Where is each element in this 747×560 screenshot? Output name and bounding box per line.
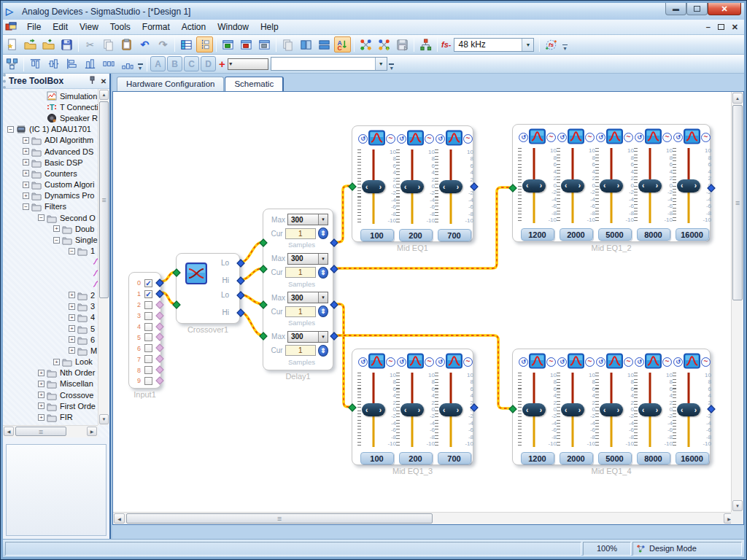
preset-c-button[interactable]: C (184, 56, 199, 71)
hardware-window-button[interactable] (220, 36, 236, 52)
canvas-horizontal-scrollbar[interactable]: ◀ ☰ ▶ (113, 512, 735, 524)
max-samples-dropdown[interactable]: 300▼ (287, 214, 328, 225)
expand-icon[interactable]: + (69, 336, 75, 343)
dropdown-arrow-icon[interactable]: ▼ (318, 292, 328, 303)
gain-slider[interactable]: ‹›1086420-2-4-6-8-10 (557, 373, 595, 447)
dropdown-arrow-icon[interactable]: ▼ (375, 58, 387, 70)
block-mid-eq1_4[interactable]: Mid EQ1_4↺~‹›1086420-2-4-6-8-101200↺~‹›1… (512, 349, 711, 465)
gain-slider[interactable]: ‹›1086420-2-4-6-8-10 (518, 148, 557, 223)
current-delay-input[interactable]: 1 (285, 306, 316, 317)
channel-checkbox[interactable] (144, 355, 152, 363)
phase-icon[interactable]: ↺ (557, 357, 567, 367)
tree-item-custom-algori[interactable]: +Custom Algori (3, 179, 98, 190)
phase-icon[interactable]: ↺ (397, 357, 406, 367)
phase-icon[interactable]: ↺ (673, 357, 683, 367)
distribute-h-button[interactable] (100, 56, 117, 72)
frequency-value[interactable]: 5000 (598, 452, 632, 464)
phase-icon[interactable]: ↺ (673, 133, 683, 142)
gain-slider[interactable]: ‹›1086420-2-4-6-8-10 (595, 373, 634, 447)
max-samples-dropdown[interactable]: 300▼ (287, 253, 328, 265)
slider-track-area[interactable]: ‹› (523, 373, 545, 447)
tree-item-fir[interactable]: +FIR (3, 411, 98, 422)
scroll-right-icon[interactable]: ▶ (87, 427, 97, 436)
tree-item[interactable] (3, 279, 98, 289)
expand-icon[interactable]: + (38, 392, 44, 398)
align-left-button[interactable] (63, 56, 80, 72)
expand-icon[interactable]: + (38, 370, 44, 376)
slider-knob[interactable]: ‹› (522, 179, 546, 192)
expand-icon[interactable]: + (23, 137, 29, 144)
slider-track-area[interactable]: ‹› (440, 149, 462, 224)
dropdown-arrow-icon[interactable]: ▼ (318, 214, 328, 225)
peaking-filter-button[interactable] (645, 353, 662, 371)
tree-scroll-thumb[interactable]: ☰ (99, 101, 109, 298)
phase-icon[interactable]: ↺ (596, 357, 605, 367)
slider-track-area[interactable]: ‹› (523, 148, 545, 223)
preset-b-button[interactable]: B (167, 56, 182, 71)
bypass-icon[interactable]: ~ (662, 133, 672, 142)
collapse-icon[interactable]: − (23, 203, 29, 210)
tree-item-adi-algorithm[interactable]: +ADI Algorithm (3, 135, 98, 146)
menu-tools[interactable]: Tools (104, 20, 136, 34)
schematic-hierarchy-button[interactable] (417, 36, 434, 52)
bypass-icon[interactable]: ~ (546, 133, 556, 142)
phase-icon[interactable]: ↺ (519, 357, 528, 367)
mdi-close-button[interactable]: ✕ (732, 23, 738, 31)
gain-slider[interactable]: ‹›1086420-2-4-6-8-10 (396, 373, 435, 447)
slider-track-area[interactable]: ‹› (363, 149, 384, 224)
scroll-left-icon[interactable]: ◀ (4, 427, 14, 436)
spinner-icon[interactable]: ⇕ (318, 345, 328, 357)
tree-item-look[interactable]: +Look (3, 357, 98, 368)
sample-rate-settings-button[interactable]: fs (543, 36, 560, 52)
tree-item-speaker-resp[interactable]: Speaker Resp (3, 112, 98, 123)
frequency-value[interactable]: 200 (399, 229, 433, 241)
gain-slider[interactable]: ‹›1086420-2-4-6-8-10 (557, 148, 595, 223)
frequency-value[interactable]: 2000 (560, 228, 593, 241)
phase-icon[interactable]: ↺ (635, 357, 644, 367)
tree-item-first-orde[interactable]: +First Orde (3, 400, 98, 411)
tree-item-m[interactable]: +M (3, 345, 98, 356)
tile-windows-button[interactable] (298, 36, 314, 52)
gain-slider[interactable]: ‹›1086420-2-4-6-8-10 (595, 148, 634, 223)
output-window-button[interactable] (238, 36, 255, 52)
expand-icon[interactable]: + (69, 347, 75, 354)
new-design-button[interactable] (4, 36, 20, 52)
pin-icon[interactable] (86, 76, 98, 86)
frequency-value[interactable]: 100 (360, 229, 394, 241)
link-restore-button[interactable] (394, 36, 411, 52)
frequency-value[interactable]: 1200 (521, 228, 554, 241)
peaking-filter-button[interactable] (684, 128, 700, 147)
menu-edit[interactable]: Edit (47, 20, 74, 34)
menu-format[interactable]: Format (136, 20, 176, 34)
tree-item-basic-dsp[interactable]: +Basic DSP (3, 157, 98, 168)
gain-slider[interactable]: ‹›1086420-2-4-6-8-10 (518, 373, 557, 447)
block-delay1[interactable]: Delay1Max300▼Cur1⇕SamplesMax300▼Cur1⇕Sam… (263, 209, 333, 370)
tree-item-6[interactable]: +6 (3, 334, 98, 345)
block-crossover1[interactable]: Crossover1LoHiLoHi (176, 253, 240, 324)
frequency-value[interactable]: 1200 (521, 452, 554, 464)
redo-button[interactable]: ↷ (155, 36, 171, 52)
frequency-value[interactable]: 700 (438, 452, 471, 464)
scroll-left-icon[interactable]: ◀ (114, 513, 125, 524)
add-preset-button[interactable]: +▼ (219, 58, 268, 70)
slider-knob[interactable]: ‹› (522, 403, 546, 416)
gain-slider[interactable]: ‹›1086420-2-4-6-8-10 (435, 149, 473, 224)
bypass-icon[interactable]: ~ (624, 133, 633, 142)
paste-button[interactable] (118, 36, 135, 52)
tree-item-counters[interactable]: +Counters (3, 168, 98, 179)
save-design-button[interactable] (58, 36, 75, 52)
tree-hscroll-thumb[interactable]: ☰ (15, 427, 66, 436)
tree-item-nth-order[interactable]: +Nth Order (3, 368, 98, 378)
sample-rate-combobox[interactable]: 48 kHz▼ (454, 38, 534, 52)
canvas-vertical-scrollbar[interactable]: ▲ ☰ ▼ (731, 92, 743, 512)
current-delay-input[interactable]: 1 (285, 228, 316, 239)
spinner-icon[interactable]: ⇕ (318, 228, 328, 239)
import-design-button[interactable] (40, 36, 57, 52)
tree-item-1[interactable]: −1 (3, 246, 98, 257)
channel-checkbox[interactable]: ✓ (144, 290, 152, 298)
link-compile-download-button[interactable] (357, 36, 374, 52)
tab-hardware-configuration[interactable]: Hardware Configuration (117, 77, 224, 91)
menu-file[interactable]: File (21, 20, 47, 34)
tree-item-dynamics-pro[interactable]: +Dynamics Pro (3, 190, 98, 201)
tree-item-single[interactable]: −Single (3, 234, 98, 245)
